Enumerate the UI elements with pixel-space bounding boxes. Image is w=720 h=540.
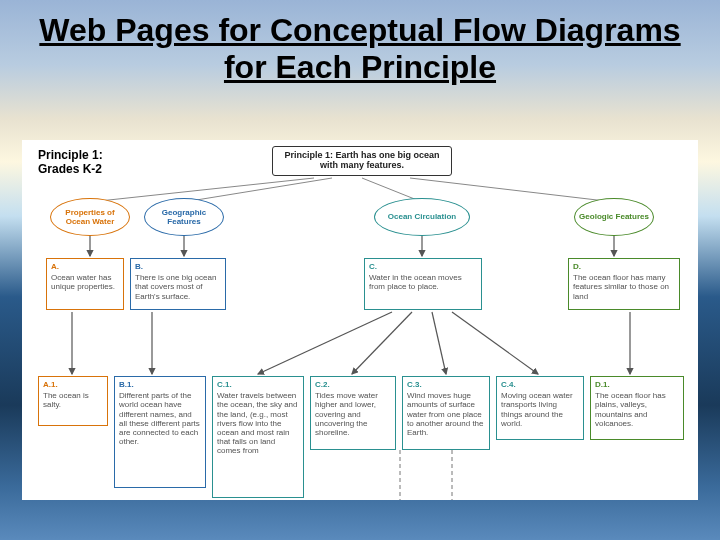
node-c4-text: Moving ocean water transports living thi… bbox=[501, 391, 579, 428]
node-c2-text: Tides move water higher and lower, cover… bbox=[315, 391, 391, 437]
node-c3-text: Wind moves huge amounts of surface water… bbox=[407, 391, 485, 437]
node-c1-label: C.1. bbox=[217, 380, 299, 389]
node-a1: A.1. The ocean is salty. bbox=[38, 376, 108, 426]
node-b-text: There is one big ocean that covers most … bbox=[135, 273, 221, 301]
node-d1-label: D.1. bbox=[595, 380, 679, 389]
node-a-text: Ocean water has unique properties. bbox=[51, 273, 119, 291]
node-c2-label: C.2. bbox=[315, 380, 391, 389]
node-a-label: A. bbox=[51, 262, 119, 271]
node-c4-label: C.4. bbox=[501, 380, 579, 389]
diagram-container: Principle 1: Grades K-2 Principle 1: Ear… bbox=[22, 140, 698, 500]
node-d-label: D. bbox=[573, 262, 675, 271]
svg-line-3 bbox=[410, 178, 614, 202]
category-circulation: Ocean Circulation bbox=[374, 198, 470, 236]
node-d1-text: The ocean floor has plains, valleys, mou… bbox=[595, 391, 679, 428]
node-c4: C.4. Moving ocean water transports livin… bbox=[496, 376, 584, 440]
node-c3-label: C.3. bbox=[407, 380, 485, 389]
slide-title: Web Pages for Conceptual Flow Diagrams f… bbox=[0, 0, 720, 94]
node-c-label: C. bbox=[369, 262, 477, 271]
node-c-text: Water in the ocean moves from place to p… bbox=[369, 273, 477, 291]
svg-line-13 bbox=[452, 312, 538, 374]
category-properties: Properties of Ocean Water bbox=[50, 198, 130, 236]
principle-heading: Principle 1: Grades K-2 bbox=[38, 148, 103, 177]
svg-line-11 bbox=[352, 312, 412, 374]
svg-line-12 bbox=[432, 312, 446, 374]
node-b1-label: B.1. bbox=[119, 380, 201, 389]
node-a1-text: The ocean is salty. bbox=[43, 391, 103, 409]
category-geologic: Geologic Features bbox=[574, 198, 654, 236]
node-b-label: B. bbox=[135, 262, 221, 271]
node-a1-label: A.1. bbox=[43, 380, 103, 389]
root-node: Principle 1: Earth has one big ocean wit… bbox=[272, 146, 452, 176]
svg-line-0 bbox=[90, 178, 314, 202]
node-c1: C.1. Water travels between the ocean, th… bbox=[212, 376, 304, 498]
node-b: B. There is one big ocean that covers mo… bbox=[130, 258, 226, 310]
node-c: C. Water in the ocean moves from place t… bbox=[364, 258, 482, 310]
category-geographic: Geographic Features bbox=[144, 198, 224, 236]
node-d1: D.1. The ocean floor has plains, valleys… bbox=[590, 376, 684, 440]
node-a: A. Ocean water has unique properties. bbox=[46, 258, 124, 310]
node-b1: B.1. Different parts of the world ocean … bbox=[114, 376, 206, 488]
node-c3: C.3. Wind moves huge amounts of surface … bbox=[402, 376, 490, 450]
node-b1-text: Different parts of the world ocean have … bbox=[119, 391, 201, 446]
svg-line-1 bbox=[184, 178, 332, 202]
node-d: D. The ocean floor has many features sim… bbox=[568, 258, 680, 310]
svg-line-10 bbox=[258, 312, 392, 374]
node-d-text: The ocean floor has many features simila… bbox=[573, 273, 675, 301]
node-c2: C.2. Tides move water higher and lower, … bbox=[310, 376, 396, 450]
node-c1-text: Water travels between the ocean, the sky… bbox=[217, 391, 299, 455]
